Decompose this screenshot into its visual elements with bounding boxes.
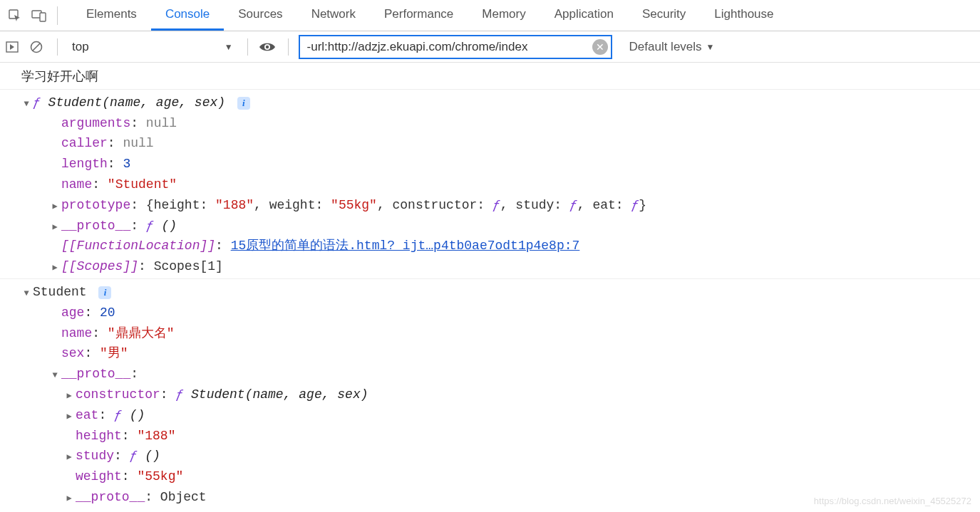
tab-list: Elements Console Sources Network Perform…: [72, 0, 788, 31]
prop-value: "男": [100, 343, 128, 364]
expand-arrow-icon[interactable]: ▶: [64, 492, 74, 506]
prop-row: ▼ __proto__:: [21, 364, 980, 385]
prop-key: name: [61, 323, 92, 344]
prop-row: ▶ arguments: null: [21, 113, 980, 134]
context-select[interactable]: top ▼: [68, 40, 237, 54]
prop-key: age: [61, 303, 84, 323]
prop-key: length: [61, 154, 108, 174]
prop-value: Object: [160, 487, 207, 508]
prop-row: ▶ eat: ƒ (): [21, 405, 980, 426]
prop-key: name: [61, 174, 92, 195]
prop-row: ▶ prototype: {height: "188" , weight: "5…: [21, 195, 980, 216]
separator: [247, 38, 248, 56]
console-log-line: 学习好开心啊: [0, 66, 980, 89]
sidebar-toggle-icon[interactable]: [6, 41, 23, 53]
inspect-icon[interactable]: [4, 5, 26, 26]
svg-rect-2: [40, 13, 46, 21]
object-name: Student: [33, 282, 87, 303]
function-f-glyph: ƒ: [33, 93, 41, 113]
source-link[interactable]: 15原型的简单的语法.html?_ijt…p4tb0ae7odt1p4e8p:7: [231, 236, 580, 256]
console-object-function: ▼ ƒ Student(name, age, sex) i ▶ argument…: [0, 89, 980, 278]
console-object-instance: ▼ Student i ▶ age: 20 ▶ name: "鼎鼎大名" ▶ s…: [0, 278, 980, 509]
log-levels-select[interactable]: Default levels ▼: [629, 40, 715, 54]
clear-console-icon[interactable]: [30, 41, 47, 53]
chevron-down-icon: ▼: [225, 42, 233, 52]
prop-row: ▶ study: ƒ (): [21, 446, 980, 466]
prop-value: "Student": [108, 174, 177, 195]
tab-memory[interactable]: Memory: [468, 0, 540, 31]
tab-application[interactable]: Application: [540, 0, 628, 31]
prop-value: {height:: [146, 195, 215, 216]
tab-sources[interactable]: Sources: [224, 0, 296, 31]
console-toolbar: top ▼ -url:http://adzjz.ekuapi.com/chrom…: [0, 31, 980, 63]
separator: [288, 38, 289, 56]
levels-label: Default levels: [629, 40, 702, 54]
prop-key: [[FunctionLocation]]: [61, 236, 215, 256]
prop-value: "188": [137, 426, 175, 446]
prop-key: weight: [76, 466, 122, 487]
prop-value: Student(name, age, sex): [183, 385, 368, 405]
expand-arrow-icon[interactable]: ▶: [50, 200, 60, 214]
prop-value: "鼎鼎大名": [108, 323, 175, 344]
log-text: 学习好开心啊: [21, 70, 98, 84]
prop-value: 20: [100, 303, 115, 323]
svg-line-5: [33, 43, 40, 51]
prop-key: eat: [76, 405, 98, 426]
tab-performance[interactable]: Performance: [370, 0, 468, 31]
live-expression-icon[interactable]: [258, 41, 278, 53]
console-output: 学习好开心啊 ▼ ƒ Student(name, age, sex) i ▶ a…: [0, 63, 980, 512]
expand-arrow-icon[interactable]: ▶: [50, 221, 60, 234]
device-toggle-icon[interactable]: [29, 5, 50, 26]
prop-row: ▶ caller: null: [21, 133, 980, 154]
prop-value: Scopes[1]: [154, 256, 223, 277]
filter-value: -url:http://adzjz.ekuapi.com/chrome/inde…: [307, 40, 592, 54]
prop-key: arguments: [61, 113, 130, 134]
prop-row: ▶ [[Scopes]]: Scopes[1]: [21, 256, 980, 277]
tab-elements[interactable]: Elements: [72, 0, 151, 31]
tab-network[interactable]: Network: [297, 0, 370, 31]
expand-arrow-icon[interactable]: ▶: [64, 451, 74, 464]
prop-key: caller: [61, 133, 108, 154]
expand-arrow-icon[interactable]: ▶: [64, 390, 74, 403]
prop-row: ▶ name: "鼎鼎大名": [21, 323, 980, 344]
prop-value: 3: [123, 154, 130, 174]
collapse-arrow-icon[interactable]: ▼: [21, 287, 31, 301]
prop-value: "55kg": [137, 466, 183, 487]
tab-lighthouse[interactable]: Lighthouse: [700, 0, 788, 31]
prop-key: constructor: [76, 385, 160, 405]
tab-console[interactable]: Console: [151, 0, 224, 31]
prop-key: __proto__: [61, 216, 130, 236]
context-label: top: [72, 40, 89, 54]
collapse-arrow-icon[interactable]: ▼: [50, 369, 60, 382]
function-signature: Student(name, age, sex): [41, 93, 233, 113]
separator: [57, 38, 58, 56]
separator: [57, 6, 58, 25]
info-icon[interactable]: i: [237, 97, 250, 110]
prop-value: null: [146, 113, 177, 134]
prop-row: ▶ [[FunctionLocation]]: 15原型的简单的语法.html?…: [21, 236, 980, 256]
svg-point-7: [265, 45, 268, 48]
prop-row: ▶ constructor: ƒ Student(name, age, sex): [21, 385, 980, 405]
prop-row: ▶ height: "188": [21, 426, 980, 446]
filter-input[interactable]: -url:http://adzjz.ekuapi.com/chrome/inde…: [299, 35, 612, 59]
prop-key: height: [76, 426, 122, 446]
watermark: https://blog.csdn.net/weixin_45525272: [814, 496, 971, 506]
prop-key: [[Scopes]]: [61, 256, 138, 277]
prop-row: ▶ age: 20: [21, 303, 980, 323]
collapse-arrow-icon[interactable]: ▼: [21, 98, 31, 111]
prop-row: ▶ length: 3: [21, 154, 980, 174]
prop-row: ▶ weight: "55kg": [21, 466, 980, 487]
prop-key: study: [76, 446, 114, 466]
prop-row: ▶ __proto__: ƒ (): [21, 216, 980, 236]
tab-security[interactable]: Security: [628, 0, 700, 31]
clear-filter-icon[interactable]: ✕: [592, 39, 608, 55]
prop-row: ▶ sex: "男": [21, 343, 980, 364]
expand-arrow-icon[interactable]: ▶: [64, 410, 74, 424]
prop-value: null: [123, 133, 153, 154]
prop-key: sex: [61, 343, 84, 364]
info-icon[interactable]: i: [98, 286, 111, 299]
chevron-down-icon: ▼: [706, 42, 715, 52]
prop-key: __proto__: [76, 487, 145, 508]
prop-key: prototype: [61, 195, 130, 216]
expand-arrow-icon[interactable]: ▶: [50, 261, 60, 275]
